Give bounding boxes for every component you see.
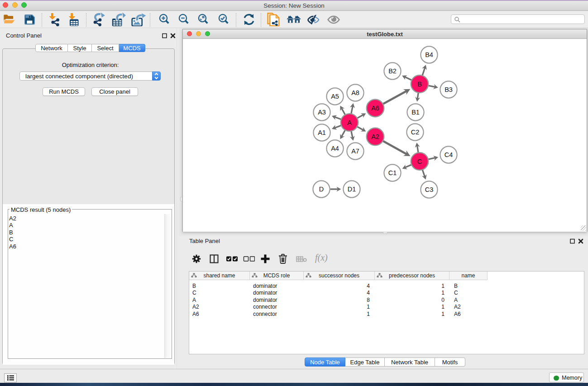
svg-text:D: D xyxy=(319,186,324,193)
svg-text:C4: C4 xyxy=(445,151,453,158)
svg-text:A3: A3 xyxy=(318,109,326,116)
svg-text:A: A xyxy=(347,119,352,126)
svg-text:C2: C2 xyxy=(411,129,420,136)
svg-text:B2: B2 xyxy=(388,67,397,75)
svg-text:B1: B1 xyxy=(411,109,420,116)
svg-text:A7: A7 xyxy=(351,148,359,155)
svg-text:B3: B3 xyxy=(445,86,453,93)
svg-text:D1: D1 xyxy=(348,186,356,193)
svg-text:A4: A4 xyxy=(331,145,339,152)
svg-text:A6: A6 xyxy=(371,105,379,112)
svg-text:A1: A1 xyxy=(318,129,326,136)
svg-text:C3: C3 xyxy=(425,186,434,193)
svg-text:B: B xyxy=(417,81,422,88)
svg-text:A5: A5 xyxy=(331,93,339,100)
svg-text:C: C xyxy=(417,158,422,165)
svg-text:A2: A2 xyxy=(371,133,379,140)
svg-text:C1: C1 xyxy=(388,169,397,176)
svg-text:A8: A8 xyxy=(351,89,359,96)
svg-text:B4: B4 xyxy=(425,51,433,58)
